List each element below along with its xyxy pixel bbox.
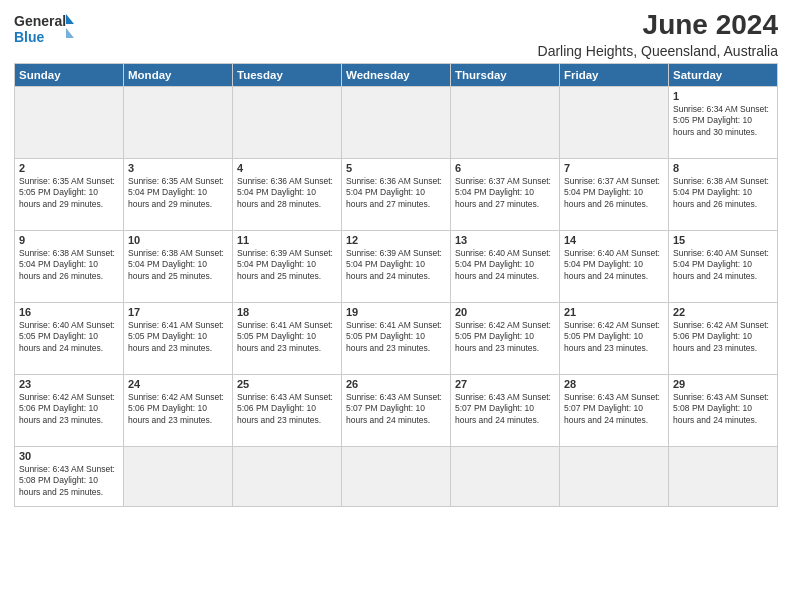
day-number: 29 [673,378,773,390]
day-info: Sunrise: 6:36 AM Sunset: 5:04 PM Dayligh… [237,176,337,210]
col-saturday: Saturday [669,63,778,86]
col-friday: Friday [560,63,669,86]
table-row: 14Sunrise: 6:40 AM Sunset: 5:04 PM Dayli… [560,230,669,302]
week-row-3: 9Sunrise: 6:38 AM Sunset: 5:04 PM Daylig… [15,230,778,302]
day-number: 2 [19,162,119,174]
table-row: 16Sunrise: 6:40 AM Sunset: 5:05 PM Dayli… [15,302,124,374]
header-row: Sunday Monday Tuesday Wednesday Thursday… [15,63,778,86]
day-info: Sunrise: 6:39 AM Sunset: 5:04 PM Dayligh… [346,248,446,282]
svg-marker-3 [66,28,74,38]
day-number: 11 [237,234,337,246]
day-number: 27 [455,378,555,390]
day-number: 21 [564,306,664,318]
col-thursday: Thursday [451,63,560,86]
day-info: Sunrise: 6:41 AM Sunset: 5:05 PM Dayligh… [346,320,446,354]
day-info: Sunrise: 6:40 AM Sunset: 5:04 PM Dayligh… [564,248,664,282]
day-number: 16 [19,306,119,318]
table-row: 23Sunrise: 6:42 AM Sunset: 5:06 PM Dayli… [15,374,124,446]
day-number: 12 [346,234,446,246]
day-info: Sunrise: 6:38 AM Sunset: 5:04 PM Dayligh… [128,248,228,282]
table-row: 5Sunrise: 6:36 AM Sunset: 5:04 PM Daylig… [342,158,451,230]
col-monday: Monday [124,63,233,86]
day-number: 18 [237,306,337,318]
day-number: 9 [19,234,119,246]
table-row: 22Sunrise: 6:42 AM Sunset: 5:06 PM Dayli… [669,302,778,374]
day-number: 6 [455,162,555,174]
svg-text:General: General [14,13,66,29]
table-row [451,86,560,158]
table-row [342,446,451,506]
table-row: 19Sunrise: 6:41 AM Sunset: 5:05 PM Dayli… [342,302,451,374]
table-row: 24Sunrise: 6:42 AM Sunset: 5:06 PM Dayli… [124,374,233,446]
day-info: Sunrise: 6:43 AM Sunset: 5:06 PM Dayligh… [237,392,337,426]
day-number: 13 [455,234,555,246]
day-number: 8 [673,162,773,174]
table-row: 15Sunrise: 6:40 AM Sunset: 5:04 PM Dayli… [669,230,778,302]
logo-svg: General Blue [14,10,74,50]
day-number: 25 [237,378,337,390]
table-row: 11Sunrise: 6:39 AM Sunset: 5:04 PM Dayli… [233,230,342,302]
calendar-subtitle: Darling Heights, Queensland, Australia [538,43,778,59]
day-info: Sunrise: 6:35 AM Sunset: 5:05 PM Dayligh… [19,176,119,210]
table-row: 27Sunrise: 6:43 AM Sunset: 5:07 PM Dayli… [451,374,560,446]
table-row: 18Sunrise: 6:41 AM Sunset: 5:05 PM Dayli… [233,302,342,374]
day-number: 10 [128,234,228,246]
day-info: Sunrise: 6:38 AM Sunset: 5:04 PM Dayligh… [19,248,119,282]
col-sunday: Sunday [15,63,124,86]
table-row [233,86,342,158]
table-row [451,446,560,506]
day-number: 4 [237,162,337,174]
table-row [560,446,669,506]
day-number: 3 [128,162,228,174]
table-row: 8Sunrise: 6:38 AM Sunset: 5:04 PM Daylig… [669,158,778,230]
day-info: Sunrise: 6:43 AM Sunset: 5:07 PM Dayligh… [564,392,664,426]
day-info: Sunrise: 6:40 AM Sunset: 5:04 PM Dayligh… [455,248,555,282]
title-block: June 2024 Darling Heights, Queensland, A… [538,10,778,59]
calendar-table: Sunday Monday Tuesday Wednesday Thursday… [14,63,778,507]
week-row-2: 2Sunrise: 6:35 AM Sunset: 5:05 PM Daylig… [15,158,778,230]
table-row: 29Sunrise: 6:43 AM Sunset: 5:08 PM Dayli… [669,374,778,446]
day-number: 24 [128,378,228,390]
page: General Blue June 2024 Darling Heights, … [0,0,792,612]
week-row-5: 23Sunrise: 6:42 AM Sunset: 5:06 PM Dayli… [15,374,778,446]
logo: General Blue [14,10,74,50]
table-row [124,446,233,506]
day-info: Sunrise: 6:43 AM Sunset: 5:08 PM Dayligh… [19,464,119,498]
table-row: 1Sunrise: 6:34 AM Sunset: 5:05 PM Daylig… [669,86,778,158]
table-row: 2Sunrise: 6:35 AM Sunset: 5:05 PM Daylig… [15,158,124,230]
day-number: 22 [673,306,773,318]
table-row [233,446,342,506]
table-row: 3Sunrise: 6:35 AM Sunset: 5:04 PM Daylig… [124,158,233,230]
day-info: Sunrise: 6:36 AM Sunset: 5:04 PM Dayligh… [346,176,446,210]
day-info: Sunrise: 6:37 AM Sunset: 5:04 PM Dayligh… [455,176,555,210]
table-row: 25Sunrise: 6:43 AM Sunset: 5:06 PM Dayli… [233,374,342,446]
day-info: Sunrise: 6:38 AM Sunset: 5:04 PM Dayligh… [673,176,773,210]
table-row: 28Sunrise: 6:43 AM Sunset: 5:07 PM Dayli… [560,374,669,446]
table-row [342,86,451,158]
svg-marker-2 [66,14,74,24]
day-number: 28 [564,378,664,390]
day-info: Sunrise: 6:43 AM Sunset: 5:08 PM Dayligh… [673,392,773,426]
table-row: 6Sunrise: 6:37 AM Sunset: 5:04 PM Daylig… [451,158,560,230]
table-row: 13Sunrise: 6:40 AM Sunset: 5:04 PM Dayli… [451,230,560,302]
day-number: 23 [19,378,119,390]
calendar-title: June 2024 [538,10,778,41]
table-row [560,86,669,158]
day-info: Sunrise: 6:39 AM Sunset: 5:04 PM Dayligh… [237,248,337,282]
table-row: 20Sunrise: 6:42 AM Sunset: 5:05 PM Dayli… [451,302,560,374]
day-number: 14 [564,234,664,246]
day-info: Sunrise: 6:42 AM Sunset: 5:05 PM Dayligh… [564,320,664,354]
table-row: 21Sunrise: 6:42 AM Sunset: 5:05 PM Dayli… [560,302,669,374]
day-number: 26 [346,378,446,390]
day-info: Sunrise: 6:40 AM Sunset: 5:04 PM Dayligh… [673,248,773,282]
week-row-6: 30Sunrise: 6:43 AM Sunset: 5:08 PM Dayli… [15,446,778,506]
day-info: Sunrise: 6:34 AM Sunset: 5:05 PM Dayligh… [673,104,773,138]
day-number: 19 [346,306,446,318]
day-number: 17 [128,306,228,318]
svg-text:Blue: Blue [14,29,45,45]
col-tuesday: Tuesday [233,63,342,86]
table-row: 26Sunrise: 6:43 AM Sunset: 5:07 PM Dayli… [342,374,451,446]
day-number: 5 [346,162,446,174]
day-info: Sunrise: 6:40 AM Sunset: 5:05 PM Dayligh… [19,320,119,354]
day-info: Sunrise: 6:43 AM Sunset: 5:07 PM Dayligh… [346,392,446,426]
